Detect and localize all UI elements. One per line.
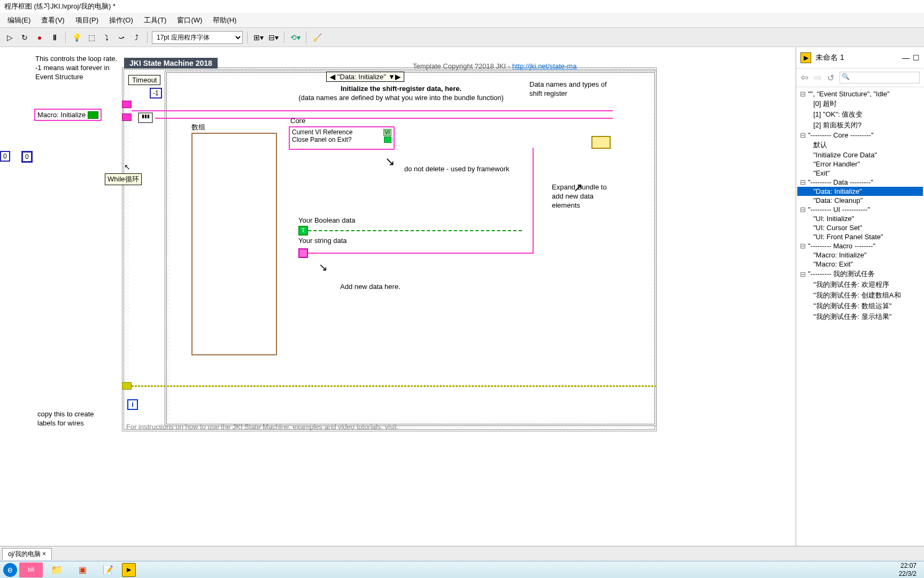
menu-help[interactable]: 帮助(H) [207,16,242,25]
collapse-icon[interactable]: ⊟ [799,131,806,139]
subvi-icon[interactable]: ▮▮▮ [138,112,153,123]
bilibili-icon[interactable]: bili [19,562,43,577]
tree-item[interactable]: "Error Handler" [797,159,923,169]
font-selector[interactable]: 17pt 应用程序字体 [152,31,243,44]
copyright-link[interactable]: http://jki.net/state-ma [512,62,577,70]
tree-item[interactable]: [0] 超时 [797,98,923,109]
forward-icon[interactable]: ⇨ [814,72,822,83]
bool-terminal[interactable]: T [298,226,308,235]
retain-wire-button[interactable]: ⬚ [85,31,98,44]
step-into-button[interactable]: ⤵ [100,31,113,44]
tree-item[interactable]: ⊟"--------- Data ---------" [797,178,923,187]
case-prev-icon[interactable]: ◀ [330,73,335,81]
abort-button[interactable]: ● [33,31,46,44]
tree-item[interactable]: "我的测试任务: 数组运算" [797,301,923,311]
tree-item[interactable]: "UI: Front Panel State" [797,232,923,241]
menu-operate[interactable]: 操作(O) [104,16,138,25]
minimize-icon[interactable]: — [902,54,910,62]
shift-register-left[interactable] [122,382,132,390]
collapse-icon[interactable]: ⊟ [799,242,806,250]
case-tree[interactable]: ⊟"", "Event Structure", "Idle"[0] 超时[1] … [796,87,924,546]
tree-item[interactable]: [1] "OK": 值改变 [797,109,923,120]
menu-window[interactable]: 窗口(W) [172,16,207,25]
tree-item[interactable]: "我的测试任务: 创建数组A和 [797,290,923,301]
add-data-note: Add new data here. [340,283,401,292]
navigation-panel: ▶ 未命名 1 — ☐ ⇦ ⇨ ↺ 🔍 ⊟"", "Event Structur… [796,47,924,546]
bundle-node[interactable] [591,136,611,149]
edge-icon[interactable]: e [3,563,17,577]
tree-item[interactable]: "UI: Initialize" [797,214,923,223]
tree-item[interactable]: "Macro: Exit" [797,260,923,269]
case-selector[interactable]: ◀ "Data: Initialize" ▼▶ [326,72,404,82]
loop-rate-comment: This controls the loop rate. -1 means wa… [35,55,121,82]
jki-title: JKI State Machine 2018 [124,58,218,69]
powerpoint-icon[interactable]: ▣ [71,562,94,577]
tree-item-label: "我的测试任务: 创建数组A和 [813,291,901,300]
close-icon[interactable]: × [42,550,46,558]
shift-register-left[interactable] [122,113,132,121]
file-explorer-icon[interactable]: 📁 [45,562,68,577]
loop-iteration-terminal[interactable]: i [127,399,138,410]
notepad-icon[interactable]: 📝 [96,562,120,577]
search-input[interactable] [840,72,920,83]
tree-item[interactable]: "Exit" [797,169,923,178]
error-wire [132,385,657,387]
menu-project[interactable]: 项目(P) [70,16,104,25]
tree-item[interactable]: ⊟"--------- Core ---------" [797,131,923,140]
tree-item[interactable]: "Data: Initialize" [797,187,923,196]
tree-item[interactable]: ⊟"", "Event Structure", "Idle" [797,89,923,98]
maximize-icon[interactable]: ☐ [913,54,920,62]
labview-task-icon[interactable]: ▶ [122,563,136,577]
case-name[interactable]: "Data: Initialize" [337,73,386,81]
bool-data-label: Your Boolean data [298,216,356,225]
menu-edit[interactable]: 编辑(E) [2,16,36,25]
run-continuous-button[interactable]: ↻ [18,31,31,44]
highlight-button[interactable]: 💡 [70,31,83,44]
align-button[interactable]: ⊞▾ [252,31,265,44]
numeric-indicator-b[interactable]: 0 [21,151,33,163]
menu-view[interactable]: 查看(V) [36,16,70,25]
tree-item-label: "--------- 我的测试任务 [808,269,875,279]
tree-item[interactable]: 默认 [797,140,923,150]
numeric-constant-a[interactable]: 0 [0,151,10,162]
project-tab[interactable]: oj/我的电脑 × [2,548,52,560]
history-icon[interactable]: ↺ [827,73,834,83]
divider [284,32,284,43]
collapse-icon[interactable]: ⊟ [799,90,806,98]
menu-tools[interactable]: 工具(T) [138,16,172,25]
block-diagram[interactable]: This controls the loop rate. -1 means wa… [0,47,796,546]
collapse-icon[interactable]: ⊟ [799,178,806,186]
tree-item[interactable]: "Data: Cleanup" [797,196,923,205]
macro-init-constant[interactable]: Macro: Initialize [34,109,102,121]
tree-item[interactable]: "Macro: Initialize" [797,250,923,260]
tree-item-label: "Data: Initialize" [813,187,862,195]
array-constant[interactable] [191,133,277,355]
tree-item[interactable]: ⊟"--------- 我的测试任务 [797,269,923,279]
case-next-icon[interactable]: ▼▶ [388,73,401,81]
tree-item[interactable]: "我的测试任务: 显示结果" [797,311,923,322]
init-title: Initialize the shift-register data, here… [341,85,461,93]
tree-item[interactable]: ⊟"--------- Macro --------" [797,241,923,250]
system-clock[interactable]: 22:07 22/3/2 [895,562,921,577]
tree-item[interactable]: "我的测试任务: 欢迎程序 [797,279,923,290]
reorder-button[interactable]: ⟲▾ [289,31,302,44]
tree-item[interactable]: "UI: Cursor Set" [797,223,923,232]
tree-item[interactable]: [2] 前面板关闭? [797,120,923,131]
shift-register-left[interactable] [122,101,132,108]
pause-button[interactable]: Ⅱ [48,31,61,44]
core-cluster[interactable]: Current VI Reference VI Close Panel on E… [289,126,395,150]
tree-item-label: "--------- Data ---------" [808,178,873,186]
distribute-button[interactable]: ⊟▾ [267,31,280,44]
back-icon[interactable]: ⇦ [800,72,808,83]
tree-item[interactable]: "Initialize Core Data" [797,150,923,159]
cleanup-button[interactable]: 🧹 [311,31,324,44]
collapse-icon[interactable]: ⊟ [799,206,806,214]
step-out-button[interactable]: ⤴ [130,31,143,44]
string-terminal[interactable] [298,248,308,258]
init-subtitle: (data names are defined by what you wire… [298,94,504,102]
step-over-button[interactable]: ⤻ [115,31,128,44]
collapse-icon[interactable]: ⊟ [799,270,806,278]
tree-item[interactable]: ⊟"--------- UI -----------" [797,205,923,214]
run-button[interactable]: ▷ [3,31,16,44]
timeout-value[interactable]: -1 [150,88,162,98]
